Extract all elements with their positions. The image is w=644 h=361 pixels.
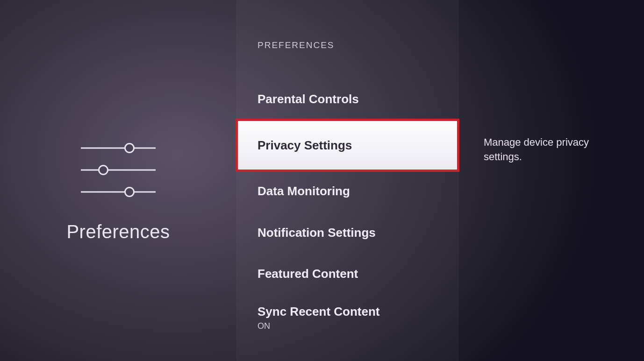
menu-item-featured-content[interactable]: Featured Content [237, 253, 458, 295]
slider-track [81, 169, 156, 170]
menu-item-notification-settings[interactable]: Notification Settings [237, 212, 458, 254]
slider-knob [98, 165, 108, 175]
slider-knob [124, 187, 135, 197]
menu-item-label: Sync Recent Content [258, 304, 380, 319]
menu-item-label: Featured Content [258, 267, 358, 281]
slider-row-2 [81, 165, 156, 175]
menu-item-sub-value: ON [258, 321, 437, 332]
menu-item-label: Parental Controls [258, 92, 359, 106]
menu-item-privacy-settings[interactable]: Privacy Settings [237, 120, 458, 171]
menu-item-label: Privacy Settings [258, 138, 352, 152]
slider-knob [124, 143, 135, 153]
slider-track [81, 148, 156, 149]
category-title: Preferences [66, 221, 170, 242]
menu-item-label: Data Monitoring [258, 184, 350, 198]
slider-track [81, 191, 156, 192]
description-panel: Manage device privacy settings. [458, 0, 644, 361]
slider-row-3 [81, 187, 156, 197]
menu-panel: PREFERENCES Parental Controls Privacy Se… [236, 0, 458, 361]
menu-item-label: Notification Settings [258, 226, 376, 240]
slider-row-1 [81, 143, 156, 153]
section-header: PREFERENCES [237, 40, 458, 50]
menu-item-sync-recent-content[interactable]: Sync Recent Content ON [237, 295, 458, 341]
menu-item-description: Manage device privacy settings. [484, 135, 630, 164]
menu-item-data-monitoring[interactable]: Data Monitoring [237, 170, 458, 212]
sliders-icon [81, 137, 156, 203]
menu-item-parental-controls[interactable]: Parental Controls [237, 78, 458, 120]
settings-screen: Preferences PREFERENCES Parental Control… [0, 0, 644, 361]
left-panel: Preferences [0, 0, 236, 361]
